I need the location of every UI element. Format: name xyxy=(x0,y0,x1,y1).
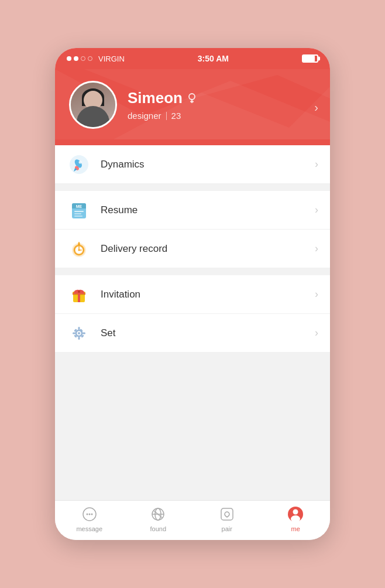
menu-item-set[interactable]: Set › xyxy=(55,314,330,353)
menu-item-invitation[interactable]: Invitation › xyxy=(55,275,330,314)
profile-name: Simeon xyxy=(128,89,183,107)
dynamics-icon xyxy=(67,152,91,177)
menu-section-3: Invitation › xyxy=(55,275,330,353)
tab-me[interactable]: me xyxy=(262,506,331,535)
delivery-chevron: › xyxy=(315,242,318,255)
profile-sub: designer 23 xyxy=(128,111,316,121)
svg-point-26 xyxy=(74,249,75,251)
status-left: VIRGIN xyxy=(67,54,125,63)
signal-dot-3 xyxy=(81,56,85,61)
tab-message-label: message xyxy=(76,525,102,532)
svg-point-49 xyxy=(91,514,92,515)
battery-fill xyxy=(303,56,315,61)
svg-rect-37 xyxy=(78,337,80,340)
profile-info: Simeon designer 23 xyxy=(128,89,316,121)
carrier-label: VIRGIN xyxy=(98,54,125,63)
pair-icon xyxy=(219,506,235,522)
phone-frame: VIRGIN 3:50 AM Simeon xyxy=(55,48,330,540)
svg-text:ME: ME xyxy=(76,204,82,208)
svg-point-48 xyxy=(88,514,90,515)
signal-dot-1 xyxy=(67,56,71,61)
tab-bar: message found pair xyxy=(55,500,330,540)
menu-section-1: Dynamics › xyxy=(55,145,330,184)
time-display: 3:50 AM xyxy=(198,54,229,63)
invitation-label: Invitation xyxy=(101,289,315,300)
dynamics-chevron: › xyxy=(315,158,318,170)
section-gap-2 xyxy=(55,268,330,275)
svg-point-6 xyxy=(79,160,82,163)
svg-point-56 xyxy=(293,510,298,515)
spacer xyxy=(55,353,330,500)
svg-rect-38 xyxy=(73,332,75,334)
svg-rect-21 xyxy=(78,242,80,244)
menu-item-resume[interactable]: ME Resume › xyxy=(55,191,330,230)
svg-rect-12 xyxy=(74,211,84,212)
menu-item-dynamics[interactable]: Dynamics › xyxy=(55,145,330,184)
menu-section-2: ME Resume › xyxy=(55,191,330,268)
delivery-label: Delivery record xyxy=(101,243,315,255)
tab-pair[interactable]: pair xyxy=(192,506,262,535)
profile-role: designer xyxy=(128,111,161,121)
dynamics-label: Dynamics xyxy=(101,159,315,170)
message-icon xyxy=(81,506,98,522)
svg-point-34 xyxy=(78,290,80,293)
invitation-icon xyxy=(67,282,91,307)
section-gap-1 xyxy=(55,184,330,191)
tab-message[interactable]: message xyxy=(55,506,124,535)
svg-rect-14 xyxy=(74,216,82,217)
svg-point-57 xyxy=(291,515,300,522)
svg-rect-39 xyxy=(82,332,85,334)
svg-point-25 xyxy=(78,254,80,255)
gender-icon xyxy=(187,93,197,104)
signal-dot-2 xyxy=(74,56,78,61)
svg-point-24 xyxy=(78,245,80,246)
status-bar: VIRGIN 3:50 AM xyxy=(55,48,330,69)
set-chevron: › xyxy=(315,327,318,339)
profile-header[interactable]: Simeon designer 23 › xyxy=(55,69,330,145)
tab-me-label: me xyxy=(291,525,300,532)
set-label: Set xyxy=(101,327,315,339)
tab-found-label: found xyxy=(150,525,166,532)
svg-rect-54 xyxy=(221,508,233,520)
signal-dot-4 xyxy=(88,56,92,61)
battery-icon xyxy=(302,54,318,63)
resume-chevron: › xyxy=(315,204,318,216)
tab-found[interactable]: found xyxy=(124,506,193,535)
svg-rect-13 xyxy=(74,213,81,214)
profile-age: 23 xyxy=(171,111,181,121)
set-icon xyxy=(67,321,91,346)
delivery-icon xyxy=(67,237,91,261)
me-icon xyxy=(287,506,304,522)
svg-point-0 xyxy=(189,94,195,100)
resume-label: Resume xyxy=(101,204,315,216)
profile-chevron: › xyxy=(314,101,318,114)
svg-point-47 xyxy=(86,514,88,515)
found-icon xyxy=(150,506,166,522)
invitation-chevron: › xyxy=(315,288,318,300)
tab-pair-label: pair xyxy=(222,525,232,532)
svg-point-27 xyxy=(83,249,84,251)
menu-item-delivery[interactable]: Delivery record › xyxy=(55,230,330,268)
avatar xyxy=(69,81,117,129)
svg-rect-36 xyxy=(78,327,80,330)
svg-point-45 xyxy=(78,332,80,334)
resume-icon: ME xyxy=(67,198,91,223)
